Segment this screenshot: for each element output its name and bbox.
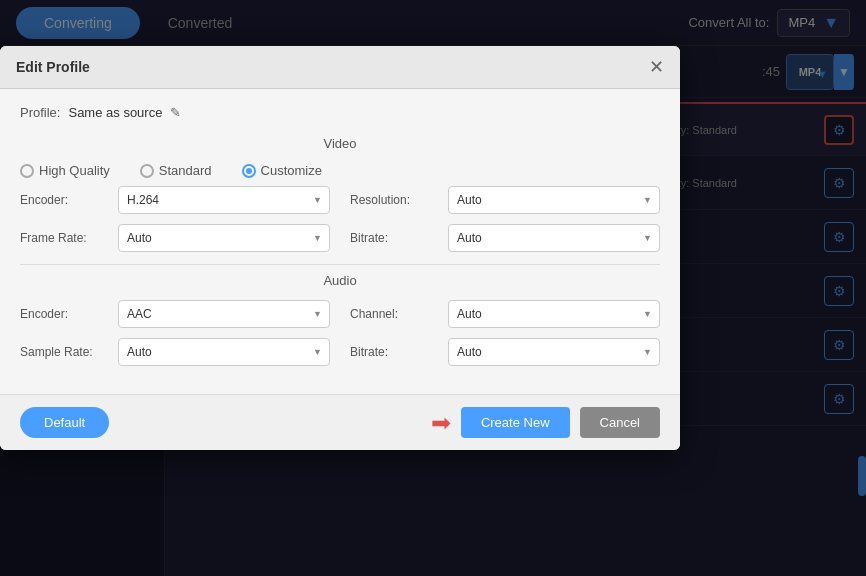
video-form-grid: Encoder: H.264 Resolution: Auto — [20, 186, 660, 252]
footer-right: ➡ Create New Cancel — [431, 407, 660, 438]
audio-bitrate-select[interactable]: Auto — [448, 338, 660, 366]
encoder-row: Encoder: H.264 — [20, 186, 330, 214]
radio-label-customize: Customize — [261, 163, 322, 178]
radio-high-quality[interactable]: High Quality — [20, 163, 110, 178]
edit-icon[interactable]: ✎ — [170, 105, 181, 120]
profile-label: Profile: — [20, 105, 60, 120]
radio-dot-standard — [140, 164, 154, 178]
radio-label-standard: Standard — [159, 163, 212, 178]
audio-encoder-label: Encoder: — [20, 307, 110, 321]
cancel-button[interactable]: Cancel — [580, 407, 660, 438]
radio-label-high-quality: High Quality — [39, 163, 110, 178]
profile-value: Same as source — [68, 105, 162, 120]
audio-bitrate-label: Bitrate: — [350, 345, 440, 359]
resolution-label: Resolution: — [350, 193, 440, 207]
audio-bitrate-row: Bitrate: Auto — [350, 338, 660, 366]
encoder-select[interactable]: H.264 — [118, 186, 330, 214]
frame-rate-select-wrap: Auto — [118, 224, 330, 252]
arrow-indicator-icon: ➡ — [431, 409, 451, 437]
frame-rate-row: Frame Rate: Auto — [20, 224, 330, 252]
profile-row: Profile: Same as source ✎ — [20, 105, 660, 120]
audio-encoder-select[interactable]: AAC — [118, 300, 330, 328]
audio-encoder-row: Encoder: AAC — [20, 300, 330, 328]
dialog-overlay: Edit Profile ✕ Profile: Same as source ✎… — [0, 0, 866, 576]
video-section-header: Video — [20, 136, 660, 151]
divider — [20, 264, 660, 265]
dialog-body: Profile: Same as source ✎ Video High Qua… — [0, 89, 680, 394]
dialog-title: Edit Profile — [16, 59, 90, 75]
video-bitrate-row: Bitrate: Auto — [350, 224, 660, 252]
video-bitrate-select[interactable]: Auto — [448, 224, 660, 252]
video-bitrate-label: Bitrate: — [350, 231, 440, 245]
radio-dot-customize — [242, 164, 256, 178]
channel-row: Channel: Auto — [350, 300, 660, 328]
encoder-label: Encoder: — [20, 193, 110, 207]
frame-rate-label: Frame Rate: — [20, 231, 110, 245]
sample-rate-select-wrap: Auto — [118, 338, 330, 366]
dialog-footer: Default ➡ Create New Cancel — [0, 394, 680, 450]
radio-customize[interactable]: Customize — [242, 163, 322, 178]
default-button[interactable]: Default — [20, 407, 109, 438]
audio-encoder-select-wrap: AAC — [118, 300, 330, 328]
resolution-select-wrap: Auto — [448, 186, 660, 214]
sample-rate-select[interactable]: Auto — [118, 338, 330, 366]
channel-label: Channel: — [350, 307, 440, 321]
resolution-row: Resolution: Auto — [350, 186, 660, 214]
close-button[interactable]: ✕ — [649, 58, 664, 76]
sample-rate-row: Sample Rate: Auto — [20, 338, 330, 366]
audio-form-grid: Encoder: AAC Channel: Auto — [20, 300, 660, 366]
audio-bitrate-select-wrap: Auto — [448, 338, 660, 366]
edit-profile-dialog: Edit Profile ✕ Profile: Same as source ✎… — [0, 46, 680, 450]
channel-select-wrap: Auto — [448, 300, 660, 328]
channel-select[interactable]: Auto — [448, 300, 660, 328]
video-bitrate-select-wrap: Auto — [448, 224, 660, 252]
radio-standard[interactable]: Standard — [140, 163, 212, 178]
encoder-select-wrap: H.264 — [118, 186, 330, 214]
create-new-button[interactable]: Create New — [461, 407, 570, 438]
quality-radio-group: High Quality Standard Customize — [20, 163, 660, 178]
audio-section-header: Audio — [20, 273, 660, 288]
sample-rate-label: Sample Rate: — [20, 345, 110, 359]
radio-dot-high-quality — [20, 164, 34, 178]
dialog-header: Edit Profile ✕ — [0, 46, 680, 89]
frame-rate-select[interactable]: Auto — [118, 224, 330, 252]
resolution-select[interactable]: Auto — [448, 186, 660, 214]
